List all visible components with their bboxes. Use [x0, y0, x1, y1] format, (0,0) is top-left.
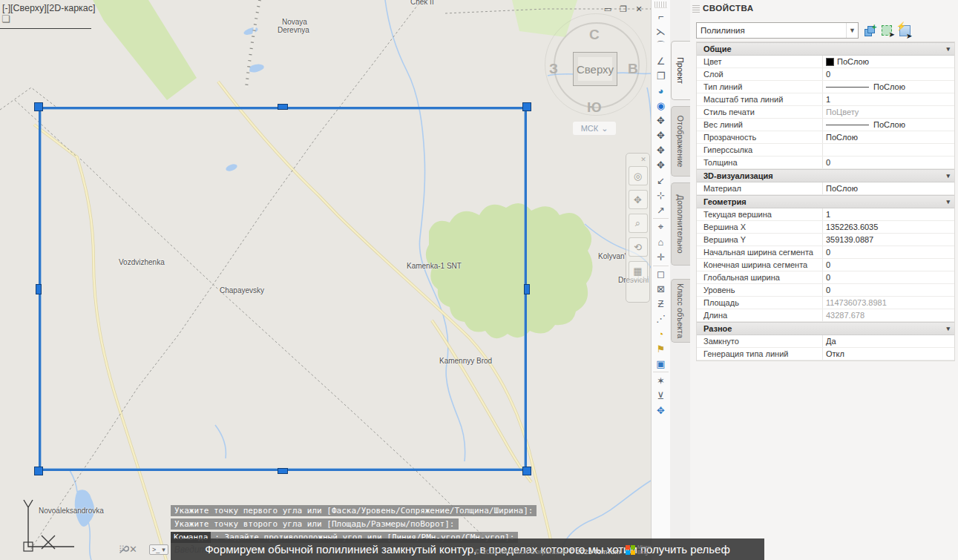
minimize-window-icon[interactable]: ▭	[603, 4, 613, 14]
vertical-node-icon[interactable]: ⊹	[653, 188, 669, 202]
grip-bottom-left[interactable]	[34, 467, 43, 475]
navbar-close-icon[interactable]: ✕	[639, 155, 648, 164]
close-command-icon[interactable]: ✕	[129, 544, 137, 555]
object-type-select[interactable]: Полилиния ▼	[696, 22, 859, 39]
move-point-icon[interactable]: ✥	[653, 113, 669, 128]
property-value[interactable]: 0	[823, 246, 954, 258]
property-value[interactable]: Да	[823, 335, 954, 347]
map-place-label: Kolyvan'	[598, 252, 626, 260]
star-cursor-icon[interactable]: ✶	[653, 373, 669, 388]
globe-world-icon[interactable]: ◉	[653, 99, 669, 113]
section-header[interactable]: Геометрия▾	[697, 195, 954, 208]
property-value[interactable]: 0	[823, 284, 954, 296]
section-header[interactable]: Разное▾	[697, 322, 954, 335]
property-value[interactable]: ПоСлою	[823, 81, 954, 93]
viewport-menu-button[interactable]: [-]	[2, 3, 10, 13]
move-search-icon[interactable]: ✥	[653, 158, 669, 173]
grip-bottom-right[interactable]	[522, 467, 531, 475]
viewcube-south[interactable]: Ю	[587, 99, 602, 116]
funnel-grid-icon[interactable]: ⊻	[653, 388, 669, 403]
close-window-icon[interactable]: ✕	[634, 4, 644, 14]
property-value[interactable]: 0	[823, 157, 954, 168]
viewcube-east[interactable]: В	[628, 61, 638, 77]
property-value[interactable]: 1352263.6035	[823, 221, 954, 233]
property-label: Гиперссылка	[697, 144, 823, 156]
grip-left-mid[interactable]	[36, 284, 42, 294]
angle-measure-icon[interactable]: ∠	[653, 53, 669, 68]
edit-vertex-icon[interactable]: ↙	[653, 173, 669, 188]
palette-grip-icon[interactable]	[692, 4, 700, 13]
property-value[interactable]: ПоСлою	[823, 56, 954, 67]
viewcube[interactable]: С З В Ю Сверху МСК ⌄	[540, 13, 651, 143]
palette-tab-1[interactable]: Отображение	[671, 106, 690, 177]
property-value[interactable]: 1	[823, 93, 954, 105]
dotted-diagonal-icon[interactable]: ⋰	[653, 312, 669, 326]
view-control-button[interactable]: [Сверху]	[10, 3, 47, 13]
move-square-icon[interactable]: ✥	[653, 403, 669, 418]
property-label: Материал	[697, 182, 823, 194]
palette-tab-2[interactable]: Дополнительно	[671, 182, 690, 266]
toolbar-grip[interactable]	[654, 1, 667, 8]
restore-window-icon[interactable]: ❐	[618, 4, 629, 14]
command-prompt-row: Укажите точку второго угла или [Площадь/…	[171, 518, 537, 530]
visual-style-button[interactable]: [2D-каркас]	[47, 3, 96, 13]
polyline-vertices-icon[interactable]: ⋋	[653, 24, 669, 39]
property-value[interactable]: 0	[823, 259, 954, 271]
property-label: Толщина	[697, 157, 823, 168]
toggle-pickadd-button[interactable]: +	[862, 23, 876, 38]
recent-commands-button[interactable]: >_▾	[149, 544, 168, 555]
selected-polyline[interactable]	[39, 107, 527, 471]
property-value[interactable]: 0	[823, 271, 954, 283]
property-value[interactable]: 359139.0887	[823, 234, 954, 246]
command-prompt-row: Укажите точку первого угла или [Фаска/Ур…	[171, 505, 537, 516]
property-value[interactable]: ПоСлою	[823, 182, 954, 194]
logo-square	[631, 550, 635, 555]
property-value[interactable]: ПоСлою	[823, 119, 954, 131]
property-value[interactable]: ПоСлою	[823, 131, 954, 143]
center-target-icon[interactable]: ⌖	[653, 220, 669, 234]
diagonal-measure-icon[interactable]: ⊠	[653, 282, 669, 297]
select-path-icon[interactable]: ↗	[653, 202, 669, 217]
ucs-dropdown[interactable]: МСК ⌄	[573, 122, 616, 135]
grip-top-left[interactable]	[34, 102, 43, 111]
move-node-icon[interactable]: ✛	[653, 250, 669, 265]
rect-blue-icon[interactable]: ▣	[653, 356, 669, 371]
property-value[interactable]: Откл	[823, 348, 954, 360]
select-objects-button[interactable]: ➤	[879, 23, 894, 38]
drawing-viewport[interactable]: Chek IINovayaDerevnyaVozdvizhenkaChapaye…	[0, 0, 651, 560]
viewcube-west[interactable]: З	[549, 61, 558, 77]
show-motion-icon[interactable]: ▦	[629, 261, 648, 280]
corner-annotation-icon[interactable]: ⌐	[653, 9, 669, 24]
arc-sketch-icon[interactable]: ⌒	[653, 39, 669, 53]
pan-hand-icon[interactable]: ✥	[629, 190, 648, 209]
dashed-rect-icon[interactable]: ◻	[653, 267, 669, 282]
palette-tab-3[interactable]: Класс объекта	[671, 279, 690, 343]
viewcube-top-face[interactable]: Сверху	[573, 52, 617, 86]
move-text-icon[interactable]: ✥	[653, 128, 669, 143]
properties-palette: СВОЙСТВА Полилиния ▼ + ➤ ⚡➤ Общие▾ЦветПо…	[690, 0, 958, 560]
quick-select-button[interactable]: ⚡➤	[897, 23, 912, 38]
section-header[interactable]: Общие▾	[697, 42, 954, 56]
palette-tab-0[interactable]: Проект	[671, 41, 690, 100]
property-value[interactable]	[823, 144, 954, 156]
viewcube-north[interactable]: С	[589, 27, 600, 43]
z-polyline-icon[interactable]: Ƶ	[653, 297, 669, 312]
grip-bottom-mid[interactable]	[278, 468, 288, 474]
grip-top-mid[interactable]	[278, 104, 288, 110]
globe-grid-icon[interactable]: ◕	[653, 83, 669, 98]
layout-sheets-icon[interactable]: ❐	[653, 68, 669, 83]
steering-wheel-icon[interactable]: ◎	[629, 166, 648, 185]
grip-top-right[interactable]	[522, 102, 531, 111]
zoom-extents-icon[interactable]: ⌕	[629, 214, 648, 233]
grip-right-mid[interactable]	[524, 284, 530, 294]
property-value[interactable]: 1	[823, 208, 954, 220]
section-header[interactable]: 3D-визуализация▾	[697, 169, 954, 182]
logo-square	[626, 545, 630, 550]
orbit-icon[interactable]: ⟲	[629, 237, 648, 257]
flag-marker-icon[interactable]: ⚑	[653, 341, 669, 356]
palette-header[interactable]: СВОЙСТВА	[690, 0, 958, 16]
home-arrows-icon[interactable]: ⌂	[653, 234, 669, 249]
circle-sector-icon[interactable]: ◔	[653, 326, 669, 341]
move-cursor-icon[interactable]: ✥	[653, 143, 669, 158]
property-value[interactable]: 0	[823, 68, 954, 80]
